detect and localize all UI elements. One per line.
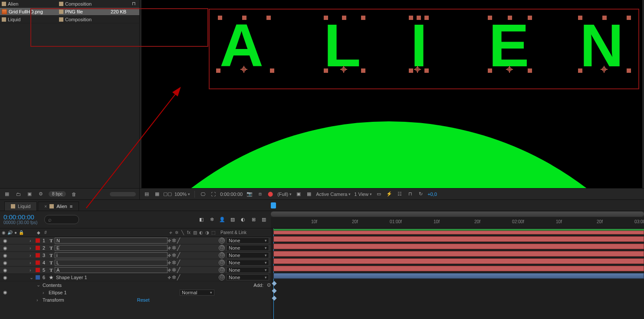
settings-icon[interactable]: ⚙ [37,191,44,198]
selection-handle[interactable] [242,16,246,20]
pickwhip-icon[interactable] [219,274,225,280]
project-scrollbar[interactable] [110,192,136,196]
flowchart-icon[interactable]: ⊓ [130,1,138,7]
layer-bar[interactable] [273,258,644,264]
layer-name[interactable]: N [55,238,168,244]
project-item-liquid[interactable]: Liquid Composition [0,16,139,23]
keyframe-icon[interactable] [272,281,276,286]
pickwhip-icon[interactable] [219,252,225,258]
layer-bar[interactable] [273,231,644,234]
collapse-switch-icon[interactable]: ✲ [174,230,180,236]
layer-search-input[interactable] [44,215,79,224]
interpret-footage-icon[interactable]: ▦ [3,191,10,198]
selection-handle[interactable] [361,16,365,20]
layer-bar[interactable] [273,236,644,242]
layer-row-2[interactable]: ◉ › 2 T E ቀ✲╱ None▾ [0,244,271,252]
visibility-toggle[interactable]: ◉ [2,260,9,266]
solo-column-icon[interactable]: ● [14,230,17,235]
current-time-indicator-head[interactable] [271,202,276,208]
frame-blend-switch-icon[interactable]: ▨ [192,230,198,236]
lock-column-icon[interactable]: 🔒 [19,230,24,235]
layer-row-4[interactable]: ◉ › 4 T L ቀ✲╱ None▾ [0,259,271,267]
trash-icon[interactable]: 🗑 [70,191,77,198]
twirl-icon[interactable]: › [36,297,43,303]
selection-handle[interactable] [424,68,429,73]
selection-handle[interactable] [488,68,492,73]
twirl-icon[interactable]: ⌄ [36,282,43,288]
resolution-dropdown[interactable]: (Full)▾ [277,192,292,197]
twirl-icon[interactable]: ⌄ [30,275,36,280]
layer-name[interactable]: L [55,260,168,266]
selection-handle[interactable] [528,68,532,73]
visibility-toggle[interactable]: ◉ [2,267,9,273]
parent-dropdown[interactable]: None▾ [227,245,269,251]
panel-menu-icon[interactable]: ≡ [70,204,72,209]
label-color[interactable] [36,275,40,280]
visibility-toggle[interactable]: ◉ [2,290,9,295]
current-time[interactable]: 0:00:00:00 [3,214,37,220]
layer-bar[interactable] [273,273,644,279]
close-icon[interactable]: × [44,204,47,209]
anchor-point-icon[interactable] [414,66,421,73]
project-item-alien[interactable]: Alien Composition ⊓ [0,0,139,8]
mask-icon[interactable]: ▢▢ [164,191,171,198]
motion-blur-icon[interactable]: ◐ [240,216,246,223]
add-button-icon[interactable]: ⊙ [267,282,271,288]
quality-switch-icon[interactable]: ╲ [180,230,186,236]
selection-handle[interactable] [266,16,271,20]
label-color[interactable] [36,246,40,250]
selection-handle[interactable] [324,68,328,73]
layer-row-3[interactable]: ◉ › 3 T i ቀ✲╱ None▾ [0,252,271,259]
adjustment-switch-icon[interactable]: ◑ [204,230,210,236]
transform-group[interactable]: › Transform Reset [0,296,271,303]
selection-handle[interactable] [627,68,631,73]
grid-guides-icon[interactable]: ▦ [306,191,312,198]
selection-handle[interactable] [409,68,413,73]
label-color[interactable] [36,253,40,257]
parent-dropdown[interactable]: None▾ [227,238,269,244]
comp-flowchart-icon[interactable]: ⊓ [407,191,414,198]
visibility-toggle[interactable]: ◉ [2,253,9,258]
selection-handle[interactable] [216,68,220,73]
channel-icon[interactable]: ⬤ [267,191,274,198]
twirl-icon[interactable]: › [30,238,36,243]
exposure-value[interactable]: +0,0 [427,192,437,197]
selection-handle[interactable] [409,16,413,20]
visibility-toggle[interactable]: ◉ [2,275,9,280]
selection-handle[interactable] [270,68,274,73]
anchor-point-icon[interactable] [506,66,513,73]
region-icon[interactable]: ⛶ [210,191,217,198]
ellipse-group[interactable]: ◉ › Ellipse 1 Normal▾ [0,289,271,296]
selection-handle[interactable] [528,16,532,20]
label-color[interactable] [36,268,40,272]
anchor-point-icon[interactable] [340,66,347,73]
layer-bar[interactable] [273,266,644,271]
project-item-grid[interactable]: Grid FullHD.png PNG file 220 KB [0,8,139,16]
pickwhip-icon[interactable] [219,267,225,273]
twirl-icon[interactable]: › [43,290,49,295]
layer-bar[interactable] [273,244,644,249]
shy-switch-icon[interactable]: ቀ [168,230,174,236]
selection-handle[interactable] [508,16,512,20]
pickwhip-icon[interactable] [219,238,225,244]
snapshot-icon[interactable]: 📷 [246,191,253,198]
pickwhip-icon[interactable] [219,260,225,266]
graph-editor-icon[interactable]: ⊞ [250,216,257,223]
visibility-toggle[interactable]: ◉ [2,245,9,251]
selection-handle[interactable] [488,16,492,20]
twirl-icon[interactable]: › [30,267,36,273]
fx-switch-icon[interactable]: fx [186,230,192,236]
layer-row-6[interactable]: ◉ ⌄ 6 ★ Shape Layer 1 ቀ✲╱ None▾ [0,274,271,281]
contents-group[interactable]: ⌄ Contents Add: ⊙ [0,281,271,289]
bpc-toggle[interactable]: 8 bpc [49,191,66,197]
layer-name[interactable]: Shape Layer 1 [55,275,168,280]
tab-alien[interactable]: ×Alien≡ [38,202,79,211]
show-snapshot-icon[interactable]: ⧈ [256,191,263,198]
time-ruler[interactable]: 10f 20f 01:00f 10f 20f 02:00f 10f 20f 03… [271,211,644,228]
parent-dropdown[interactable]: None▾ [227,260,269,266]
anchor-point-icon[interactable] [601,66,608,73]
label-column-icon[interactable]: ◆ [36,230,42,235]
video-column-icon[interactable]: ◉ [2,230,6,235]
new-comp-icon[interactable]: ▣ [26,191,33,198]
selection-handle[interactable] [578,16,582,20]
